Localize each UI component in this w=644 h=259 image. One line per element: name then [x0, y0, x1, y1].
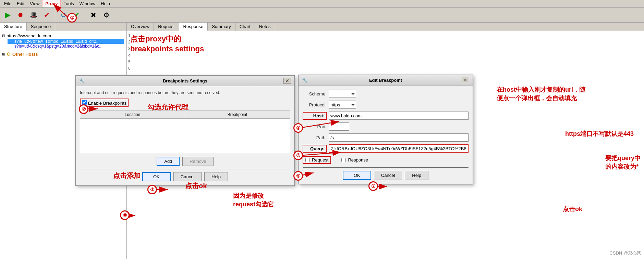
dialog-title-icon: 🔧	[79, 78, 85, 83]
toolbar-separator2	[85, 10, 85, 20]
breakpoints-table: Location Breakpoint	[80, 111, 290, 153]
menu-file[interactable]: File	[1, 0, 14, 7]
scheme-row: Scheme:	[303, 90, 469, 98]
dialog-cancel-button[interactable]: Cancel	[173, 172, 202, 181]
menu-tools[interactable]: Tools	[61, 0, 76, 7]
col-breakpoint: Breakpoint	[185, 111, 290, 118]
response-checkbox-item: Response	[341, 156, 368, 164]
menubar: File Edit View Proxy Tools Window Help	[0, 0, 644, 8]
host-input[interactable]: www.baidu.com	[329, 112, 469, 120]
breakpoint-type-group: Request Response	[303, 156, 469, 164]
edit-dialog-title: 🔧 Edit Breakpoint ✕	[299, 75, 473, 86]
menu-view[interactable]: View	[27, 0, 42, 7]
edit-title-text: Edit Breakpoint	[369, 78, 402, 83]
query-label: Query:	[303, 145, 327, 153]
add-button[interactable]: Add	[157, 157, 180, 166]
tab-request[interactable]: Request	[154, 23, 179, 31]
enable-breakpoints-label: Enable Breakpoints	[88, 101, 127, 106]
port-label: Port:	[303, 124, 327, 129]
tree-expand-icon: ⊟	[2, 34, 5, 38]
enable-breakpoints-row: Enable Breakpoints	[80, 99, 290, 107]
tab-sequence[interactable]: Sequence	[27, 23, 56, 31]
tree-child-1[interactable]: s?ie=utf-8&new=1&mod=1&isbd=1&isid=d42..…	[8, 39, 124, 44]
left-tab-bar: Structure Sequence	[0, 23, 126, 31]
tree-host-label: https://www.baidu.com	[7, 33, 51, 38]
edit-title-icon: 🔧	[302, 78, 307, 83]
protocol-label: Protocol:	[303, 102, 327, 107]
toolbar-hat-btn[interactable]: 🎩	[27, 9, 40, 21]
edit-dialog-buttons: OK Cancel Help	[303, 171, 469, 180]
enable-breakpoints-container: Enable Breakpoints	[80, 99, 129, 107]
right-tab-bar: Overview Request Response Summary Chart …	[127, 23, 644, 31]
response-label: Response	[348, 157, 368, 163]
toolbar-refresh-btn[interactable]: ↺	[57, 9, 70, 21]
port-input[interactable]	[329, 122, 349, 131]
tab-structure[interactable]: Structure	[0, 23, 27, 31]
dialog-breakpoints-body: Intercept and edit requests and response…	[76, 86, 294, 185]
toolbar-separator	[55, 10, 55, 20]
edit-dialog-close[interactable]: ✕	[462, 77, 469, 83]
port-row: Port:	[303, 122, 469, 131]
protocol-row: Protocol: https	[303, 101, 469, 109]
request-checkbox-item: Request	[303, 156, 331, 164]
other-hosts-icon: ⚙	[7, 51, 11, 57]
scheme-select[interactable]	[329, 90, 356, 98]
menu-edit[interactable]: Edit	[14, 0, 27, 7]
watermark: CSDN @郑心浆	[609, 250, 641, 256]
scheme-label: Scheme:	[303, 91, 327, 96]
enable-breakpoints-checkbox[interactable]	[82, 100, 87, 105]
request-label: Request	[312, 157, 328, 163]
tab-summary[interactable]: Summary	[208, 23, 235, 31]
request-checkbox[interactable]	[305, 158, 310, 162]
toolbar-settings-btn[interactable]: ⚙	[100, 9, 112, 21]
tree-child-2[interactable]: s?ie=utf-8&csq=1&pstg=20&mod=2&isbd=1&c.…	[8, 44, 124, 49]
dialog-description: Intercept and edit requests and response…	[80, 90, 290, 95]
toolbar-record-btn[interactable]: ⏺	[14, 9, 27, 21]
dialog-breakpoints-title: 🔧 Breakpoints Settings ✕	[76, 76, 294, 86]
edit-help-button[interactable]: Help	[405, 171, 428, 180]
table-body	[80, 119, 290, 153]
toolbar-play-btn[interactable]: ▶	[1, 9, 14, 21]
toolbar-tools-btn[interactable]: ✖	[87, 9, 99, 21]
dialog-bottom-buttons: OK Cancel Help	[80, 172, 290, 181]
tree-host-baidu[interactable]: ⊟ https://www.baidu.com	[1, 33, 125, 39]
dialog-ok-button[interactable]: OK	[142, 172, 171, 181]
tab-response[interactable]: Response	[179, 23, 208, 31]
query-input[interactable]: ZjkfORBxJOU8ZO3LkFw4NTn0cWZDhEiSF1Z2q5g4…	[329, 144, 469, 153]
toolbar-check-btn[interactable]: ✔	[40, 9, 53, 21]
query-row: Query: ZjkfORBxJOU8ZO3LkFw4NTn0cWZDhEiSF…	[303, 144, 469, 153]
tab-notes[interactable]: Notes	[255, 23, 275, 31]
edit-cancel-button[interactable]: Cancel	[374, 171, 402, 180]
edit-ok-button[interactable]: OK	[343, 171, 371, 180]
response-checkbox[interactable]	[341, 158, 346, 162]
table-header: Location Breakpoint	[80, 111, 290, 119]
menu-window[interactable]: Window	[77, 0, 98, 7]
col-location: Location	[80, 111, 185, 118]
line-numbers: 123456	[128, 33, 643, 72]
path-label: Path:	[303, 135, 327, 140]
host-row: Host: www.baidu.com	[303, 112, 469, 120]
tree-other-hosts[interactable]: ⊞ ⚙ Other Hosts	[1, 51, 125, 57]
dialog-edit-breakpoint: 🔧 Edit Breakpoint ✕ Scheme: Protocol: ht…	[298, 75, 473, 184]
edit-dialog-body: Scheme: Protocol: https Host: www.baidu.…	[299, 86, 473, 184]
tab-chart[interactable]: Chart	[235, 23, 255, 31]
dialog-help-button[interactable]: Help	[204, 172, 228, 181]
remove-button[interactable]: Remove	[182, 157, 213, 166]
toolbar: ▶ ⏺ 🎩 ✔ ↺ ✔ ✖ ⚙	[0, 8, 644, 23]
tree-expand-icon2: ⊞	[2, 52, 5, 56]
dialog-action-buttons: Add Remove	[80, 157, 290, 166]
tab-overview[interactable]: Overview	[127, 23, 154, 31]
toolbar-tick-btn[interactable]: ✔	[70, 9, 83, 21]
dialog-breakpoints: 🔧 Breakpoints Settings ✕ Intercept and e…	[75, 75, 295, 186]
other-hosts-label: Other Hosts	[12, 52, 38, 57]
menu-help[interactable]: Help	[98, 0, 113, 7]
path-row: Path: /s	[303, 133, 469, 142]
path-input[interactable]: /s	[329, 133, 469, 142]
dialog-breakpoints-close[interactable]: ✕	[283, 78, 291, 84]
dialog-title-text: Breakpoints Settings	[163, 78, 207, 83]
protocol-select[interactable]: https	[329, 101, 356, 109]
host-label: Host:	[303, 112, 327, 120]
menu-proxy[interactable]: Proxy	[42, 0, 61, 7]
